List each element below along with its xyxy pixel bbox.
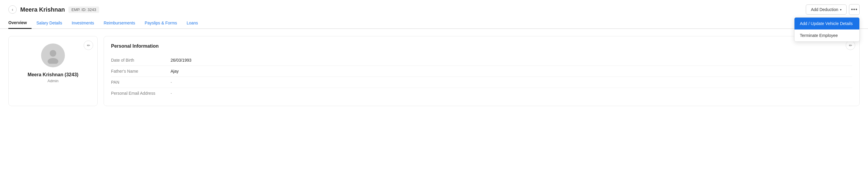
back-icon: ‹	[12, 7, 13, 12]
info-value-pan: -	[170, 80, 172, 85]
profile-name: Meera Krishnan (3243)	[28, 72, 79, 78]
info-value-dob: 26/03/1993	[170, 58, 191, 62]
profile-card: ✏ Meera Krishnan (3243) Admin	[8, 36, 98, 106]
add-deduction-label: Add Deduction	[811, 7, 838, 12]
info-row-father: Father's Name Ajay	[111, 66, 852, 77]
emp-id-badge: EMP. ID: 3243	[68, 6, 99, 13]
ellipsis-icon: •••	[851, 6, 858, 13]
dropdown-item-add-update-vehicle[interactable]: Add / Update Vehicle Details	[795, 18, 859, 29]
edit-icon: ✏	[87, 43, 90, 48]
info-row-pan: PAN -	[111, 77, 852, 88]
header: ‹ Meera Krishnan EMP. ID: 3243 Add Deduc…	[0, 0, 868, 15]
profile-edit-button[interactable]: ✏	[84, 40, 93, 50]
header-left: ‹ Meera Krishnan EMP. ID: 3243	[8, 5, 99, 14]
personal-info-card: Personal Information ✏ Date of Birth 26/…	[103, 36, 860, 106]
avatar-svg	[45, 47, 61, 64]
svg-point-1	[48, 58, 58, 64]
add-deduction-button[interactable]: Add Deduction ▾	[806, 4, 846, 15]
info-value-father: Ajay	[170, 69, 179, 74]
info-label-dob: Date of Birth	[111, 58, 170, 62]
personal-info-edit-button[interactable]: ✏	[846, 40, 855, 50]
personal-info-title: Personal Information	[111, 44, 852, 49]
tab-loans[interactable]: Loans	[182, 18, 203, 29]
main-content: ✏ Meera Krishnan (3243) Admin Personal I…	[0, 29, 868, 113]
dropdown-item-terminate-employee[interactable]: Terminate Employee	[795, 29, 859, 41]
tab-investments[interactable]: Investments	[67, 18, 99, 29]
info-label-father: Father's Name	[111, 69, 170, 74]
chevron-down-icon: ▾	[840, 8, 841, 11]
avatar	[41, 44, 65, 67]
tab-overview[interactable]: Overview	[8, 17, 32, 29]
employee-name: Meera Krishnan	[20, 6, 65, 13]
info-row-email: Personal Email Address -	[111, 88, 852, 99]
back-button[interactable]: ‹	[8, 5, 17, 14]
tabs-bar: Overview Salary Details Investments Reim…	[0, 17, 868, 29]
personal-info-edit-icon: ✏	[849, 43, 852, 48]
header-right: Add Deduction ▾ ••• Add / Update Vehicle…	[806, 4, 860, 15]
dropdown-menu: Add / Update Vehicle Details Terminate E…	[794, 17, 860, 42]
profile-role: Admin	[48, 79, 59, 83]
more-options-button[interactable]: •••	[849, 4, 860, 15]
tab-payslips-forms[interactable]: Payslips & Forms	[140, 18, 182, 29]
tab-salary-details[interactable]: Salary Details	[32, 18, 67, 29]
tab-reimbursements[interactable]: Reimbursements	[99, 18, 140, 29]
info-label-email: Personal Email Address	[111, 91, 170, 95]
info-value-email: -	[170, 91, 172, 95]
info-label-pan: PAN	[111, 80, 170, 85]
svg-point-0	[50, 50, 56, 57]
info-row-dob: Date of Birth 26/03/1993	[111, 55, 852, 66]
